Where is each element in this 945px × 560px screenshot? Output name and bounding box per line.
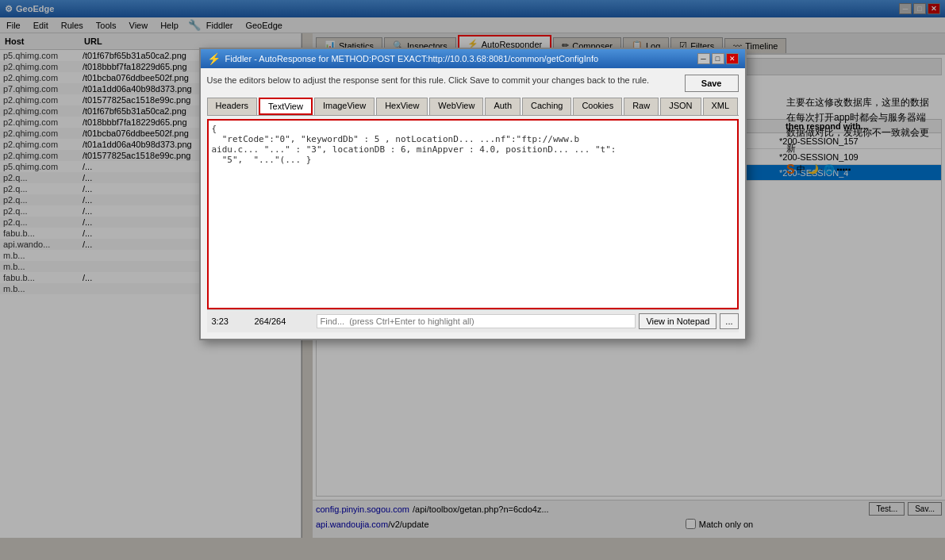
modal-close-button[interactable]: ✕ (726, 53, 739, 64)
modal-tab-hexview[interactable]: HexView (376, 98, 428, 115)
modal-title-text: Fiddler - AutoResponse for METHOD:POST E… (225, 54, 693, 63)
modal-tab-headers[interactable]: Headers (207, 98, 258, 115)
modal-title-icon: ⚡ (207, 52, 221, 65)
modal-tab-cookies[interactable]: Cookies (573, 98, 622, 115)
footer-lineinfo: 264/264 (250, 315, 313, 328)
modal-footer: 3:23 264/264 View in Notepad ... (207, 309, 739, 332)
modal-dialog: ⚡ Fiddler - AutoResponse for METHOD:POST… (199, 48, 747, 340)
modal-tab-raw[interactable]: Raw (624, 98, 659, 115)
content-line4: "5", "..."(... } (212, 155, 734, 165)
more-options-button[interactable]: ... (720, 313, 738, 329)
modal-content-area[interactable]: { "retCode":"0", "keywordDb" : 5 , notLo… (207, 119, 739, 309)
modal-info-text: Use the editors below to adjust the resp… (207, 75, 650, 86)
modal-tabs: Headers TextView ImageView HexView WebVi… (207, 98, 739, 116)
content-line2: "retCode":"0", "keywordDb" : 5 , notLoca… (212, 134, 734, 144)
modal-tab-caching[interactable]: Caching (522, 98, 571, 115)
modal-tab-json[interactable]: JSON (660, 98, 701, 115)
modal-tab-xml[interactable]: XML (703, 98, 739, 115)
modal-tab-imageview[interactable]: ImageView (314, 98, 375, 115)
footer-position: 3:23 (207, 315, 247, 328)
view-notepad-button[interactable]: View in Notepad (639, 313, 716, 329)
modal-save-button[interactable]: Save (685, 75, 739, 92)
find-input[interactable] (317, 314, 636, 328)
modal-tab-webview[interactable]: WebView (429, 98, 483, 115)
modal-maximize-button[interactable]: □ (712, 53, 724, 64)
modal-title-controls: ─ □ ✕ (697, 53, 739, 64)
modal-tab-textview[interactable]: TextView (259, 98, 313, 115)
modal-title-bar: ⚡ Fiddler - AutoResponse for METHOD:POST… (201, 49, 745, 68)
modal-overlay: ⚡ Fiddler - AutoResponse for METHOD:POST… (0, 0, 945, 560)
content-line3: aidu.c... "..." : "3", locationDB : 6, m… (212, 144, 734, 155)
modal-tab-auth[interactable]: Auth (485, 98, 521, 115)
modal-body: Use the editors below to adjust the resp… (201, 68, 745, 339)
modal-minimize-button[interactable]: ─ (697, 53, 710, 64)
content-line1: { (212, 124, 734, 134)
